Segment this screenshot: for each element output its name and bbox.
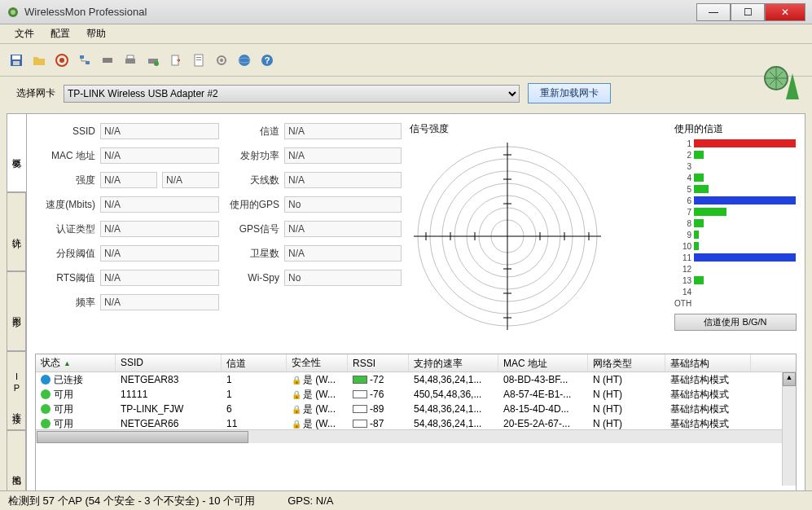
table-row[interactable]: 已连接 NETGEAR83 1 🔒是 (W... -72 54,48,36,24… bbox=[36, 372, 796, 387]
tab-graph[interactable]: 图形 bbox=[7, 271, 26, 350]
print-setup-icon[interactable] bbox=[143, 51, 163, 70]
channel-usage: 使用的信道 1234567891011121314OTH 信道使用 B/G/N bbox=[674, 122, 797, 350]
reload-adapter-button[interactable]: 重新加载网卡 bbox=[528, 83, 611, 103]
strength-value2: N/A bbox=[162, 172, 219, 188]
col-ssid[interactable]: SSID bbox=[116, 354, 222, 372]
sat-value: N/A bbox=[284, 245, 402, 262]
gps-value: No bbox=[284, 196, 402, 213]
menu-file[interactable]: 文件 bbox=[7, 25, 42, 42]
wispy-label: Wi-Spy bbox=[219, 272, 284, 284]
globe-icon[interactable] bbox=[235, 51, 254, 70]
toolbar: ? bbox=[0, 44, 812, 77]
col-status[interactable]: 状态 ▲ bbox=[36, 354, 116, 372]
rts-value: N/A bbox=[100, 270, 219, 286]
svg-point-6 bbox=[59, 58, 64, 63]
open-icon[interactable] bbox=[29, 51, 49, 70]
channel-row: 12 bbox=[674, 263, 797, 275]
channel-row: 7 bbox=[674, 206, 797, 218]
channel-row: 9 bbox=[674, 229, 797, 240]
window-title: WirelessMon Professional bbox=[24, 6, 696, 18]
network-icon[interactable] bbox=[75, 51, 94, 70]
menu-bar: 文件 配置 帮助 bbox=[0, 24, 812, 44]
tab-statistics[interactable]: 统计 bbox=[7, 192, 26, 271]
auth-label: 认证类型 bbox=[35, 222, 100, 236]
col-channel[interactable]: 信道 bbox=[222, 354, 287, 372]
svg-point-19 bbox=[220, 59, 223, 62]
txpower-label: 发射功率 bbox=[219, 149, 284, 163]
mac-label: MAC 地址 bbox=[35, 149, 100, 163]
status-bar: 检测到 57 个AP (54 个安全 - 3 个不安全) - 10 个可用 GP… bbox=[0, 490, 812, 510]
print-icon[interactable] bbox=[121, 51, 140, 70]
gpssig-value: N/A bbox=[284, 221, 402, 237]
target-icon[interactable] bbox=[52, 51, 72, 70]
channel-row: 2 bbox=[674, 149, 797, 160]
adapter-icon[interactable] bbox=[98, 51, 117, 70]
txpower-value: N/A bbox=[284, 147, 402, 164]
speed-value: N/A bbox=[100, 196, 219, 213]
auth-value: N/A bbox=[100, 221, 219, 237]
signal-radar: 信号强度 bbox=[410, 122, 666, 350]
save-icon[interactable] bbox=[7, 51, 26, 70]
ap-table: 状态 ▲ SSID 信道 安全性 RSSI 支持的速率 MAC 地址 网络类型 … bbox=[35, 354, 797, 500]
channel-label: 信道 bbox=[219, 125, 284, 138]
close-button[interactable]: ✕ bbox=[765, 3, 805, 21]
adapter-select[interactable]: TP-LINK Wireless USB Adapter #2 bbox=[64, 85, 520, 103]
svg-rect-9 bbox=[103, 58, 112, 63]
antenna-label: 天线数 bbox=[219, 174, 284, 187]
strength-value: N/A bbox=[100, 172, 157, 188]
frag-value: N/A bbox=[100, 245, 219, 262]
summary-panel: SSIDN/A MAC 地址N/A 强度N/AN/A 速度(Mbits)N/A … bbox=[26, 113, 805, 509]
table-vscroll[interactable]: ▲ bbox=[782, 372, 796, 486]
rts-label: RTS阈值 bbox=[35, 271, 100, 285]
channel-row: 11 bbox=[674, 252, 797, 263]
status-ap-count: 检测到 57 个AP (54 个安全 - 3 个不安全) - 10 个可用 bbox=[8, 494, 287, 508]
channel-row: 6 bbox=[674, 195, 797, 206]
gps-label: 使用的GPS bbox=[219, 198, 284, 212]
strength-label: 强度 bbox=[35, 174, 100, 187]
table-row[interactable]: 可用 TP-LINK_FJW 6 🔒是 (W... -89 54,48,36,2… bbox=[36, 402, 796, 416]
mac-value: N/A bbox=[100, 147, 219, 164]
svg-rect-3 bbox=[12, 55, 20, 59]
help-icon[interactable]: ? bbox=[257, 51, 277, 70]
gpssig-label: GPS信号 bbox=[219, 222, 284, 236]
wispy-value: No bbox=[284, 270, 402, 286]
tab-ip-connection[interactable]: IP 连接 bbox=[7, 351, 26, 430]
ssid-label: SSID bbox=[35, 125, 100, 137]
col-security[interactable]: 安全性 bbox=[287, 354, 348, 372]
svg-rect-10 bbox=[125, 59, 135, 64]
vertical-tabs: 概要 统计 图形 IP 连接 地图 bbox=[7, 113, 26, 509]
col-infra[interactable]: 基础结构 bbox=[665, 354, 751, 372]
table-row[interactable]: 可用 NETGEAR66 11 🔒是 (W... -87 54,48,36,24… bbox=[36, 416, 796, 429]
maximize-button[interactable]: ☐ bbox=[731, 3, 765, 21]
radar-chart bbox=[410, 138, 605, 334]
svg-rect-4 bbox=[13, 61, 20, 65]
table-header: 状态 ▲ SSID 信道 安全性 RSSI 支持的速率 MAC 地址 网络类型 … bbox=[36, 354, 796, 372]
menu-help[interactable]: 帮助 bbox=[78, 25, 114, 42]
channel-mode-button[interactable]: 信道使用 B/G/N bbox=[674, 314, 797, 331]
settings-icon[interactable] bbox=[212, 51, 231, 70]
table-hscroll[interactable] bbox=[36, 429, 796, 443]
report-icon[interactable] bbox=[189, 51, 208, 70]
channel-row: 8 bbox=[674, 218, 797, 229]
minimize-button[interactable]: — bbox=[696, 3, 731, 21]
window-titlebar: WirelessMon Professional — ☐ ✕ bbox=[0, 0, 812, 24]
tab-summary[interactable]: 概要 bbox=[7, 113, 26, 192]
col-rates[interactable]: 支持的速率 bbox=[409, 354, 498, 372]
status-gps: GPS: N/A bbox=[287, 495, 366, 507]
col-mac[interactable]: MAC 地址 bbox=[498, 354, 588, 372]
channel-value: N/A bbox=[284, 123, 402, 139]
channel-row: 4 bbox=[674, 172, 797, 183]
frag-label: 分段阈值 bbox=[35, 247, 100, 261]
channel-row: 1 bbox=[674, 138, 797, 149]
col-rssi[interactable]: RSSI bbox=[348, 354, 409, 372]
col-nettype[interactable]: 网络类型 bbox=[588, 354, 665, 372]
channel-row: OTH bbox=[674, 297, 797, 309]
main-content: 概要 统计 图形 IP 连接 地图 SSIDN/A MAC 地址N/A 强度N/… bbox=[0, 110, 812, 509]
export-icon[interactable] bbox=[166, 51, 186, 70]
freq-label: 频率 bbox=[35, 296, 100, 310]
table-row[interactable]: 可用 11111 1 🔒是 (W... -76 450,54,48,36,...… bbox=[36, 387, 796, 402]
freq-value: N/A bbox=[100, 294, 219, 310]
connection-fields: SSIDN/A MAC 地址N/A 强度N/AN/A 速度(Mbits)N/A … bbox=[35, 122, 402, 350]
svg-rect-16 bbox=[196, 57, 201, 58]
menu-config[interactable]: 配置 bbox=[42, 25, 78, 42]
